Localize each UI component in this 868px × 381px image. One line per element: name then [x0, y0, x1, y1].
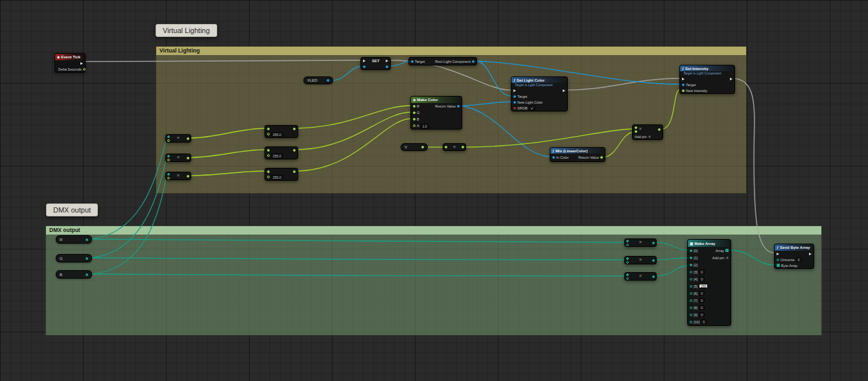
node-send-byte-array[interactable]: ƒ Send Byte Array Universe 0 Byte Array [774, 244, 814, 269]
array-element-pin[interactable] [690, 299, 692, 302]
delta-seconds-pin[interactable] [83, 68, 86, 71]
in-pin[interactable] [267, 128, 270, 130]
multiply-out-pin[interactable] [187, 157, 189, 159]
in-color-pin[interactable] [552, 156, 555, 159]
g-in-pin[interactable] [413, 111, 416, 114]
array-element-value[interactable]: 0 [699, 277, 705, 281]
multiply-out-pin[interactable] [187, 137, 189, 140]
set-value-out-pin[interactable] [386, 65, 388, 68]
node-divide-255-r[interactable]: 255.0 [264, 125, 298, 138]
multiply-in-pin-b[interactable] [167, 177, 170, 179]
exec-out-pin[interactable] [730, 78, 733, 80]
array-element-value[interactable]: 0 [701, 319, 707, 324]
node-multiply-dmx-r[interactable]: ✕ [624, 238, 657, 247]
node-event-tick[interactable]: ◆ Event Tick Delta Seconds [54, 53, 86, 73]
multiply-in-pin-a[interactable] [626, 240, 629, 242]
exec-out-pin[interactable] [80, 62, 83, 65]
multiply-in-pin[interactable] [445, 146, 447, 148]
srgb-checkbox[interactable]: ✔ [529, 106, 535, 110]
comment-title-virtual-lighting[interactable]: Virtual Lighting [156, 47, 746, 55]
array-element-pin[interactable] [690, 306, 692, 309]
make-color-header[interactable]: ◈ Make Color [411, 97, 462, 103]
rect-light-out-pin[interactable] [472, 60, 475, 63]
multiply-in-pin-b[interactable] [626, 277, 629, 280]
a-value-field[interactable]: 1.0 [421, 124, 429, 128]
comment-title-dmx-output[interactable]: DMX output [46, 226, 821, 235]
srgb-pin[interactable] [513, 107, 516, 110]
array-element-pin[interactable] [690, 285, 692, 288]
node-divide-255-b[interactable]: 255.0 [264, 168, 298, 181]
out-pin[interactable] [293, 170, 296, 173]
set-light-color-header[interactable]: ƒ Set Light Color [511, 77, 567, 83]
exec-in-pin[interactable] [513, 89, 516, 92]
byte-array-pin[interactable] [777, 264, 780, 267]
exec-in-pin[interactable] [777, 253, 779, 255]
multiply-in-pin-b[interactable] [626, 244, 629, 246]
r-output-pin[interactable] [86, 238, 88, 241]
node-rect-light-component[interactable]: Target Rect Light Component [408, 57, 477, 65]
node-get-v[interactable]: V [401, 143, 428, 151]
multiply-in-pin-b[interactable] [635, 130, 637, 133]
return-value-pin[interactable] [457, 105, 460, 108]
add-pin-row[interactable]: Add pin ✛ [633, 133, 663, 139]
array-element-pin[interactable] [690, 264, 692, 266]
set-value-in-pin[interactable] [363, 65, 366, 68]
multiply-out-pin[interactable] [652, 242, 655, 244]
a-in-pin[interactable] [413, 124, 416, 127]
array-element-value[interactable]: 0 [699, 312, 705, 317]
multiply-in-pin-a[interactable] [167, 155, 170, 157]
universe-value-field[interactable]: 0 [796, 257, 802, 262]
out-pin[interactable] [293, 128, 296, 130]
xled-output-pin[interactable] [327, 79, 329, 82]
node-divide-255-g[interactable]: 255.0 [264, 146, 298, 159]
node-set-xled[interactable]: SET [360, 57, 391, 70]
array-element-pin[interactable] [690, 314, 692, 316]
array-element-pin[interactable] [690, 292, 692, 295]
literal-pin[interactable] [267, 154, 270, 157]
node-mix-linearcolor[interactable]: ƒ Mix (LinearColor) In Color Return Valu… [550, 147, 605, 162]
multiply-out-pin[interactable] [187, 175, 189, 178]
multiply-out-pin[interactable] [652, 275, 655, 278]
multiply-in-pin-a[interactable] [626, 257, 629, 260]
blueprint-canvas[interactable]: Virtual Lighting DMX output [0, 0, 868, 381]
v-output-pin[interactable] [421, 146, 424, 148]
value-field[interactable]: 255.0 [271, 154, 283, 158]
make-array-header[interactable]: ▦ Make Array [688, 240, 731, 247]
array-output-pin[interactable] [725, 249, 729, 252]
multiply-in-pin-a[interactable] [167, 173, 170, 176]
array-element-value[interactable]: 255 [699, 284, 708, 288]
in-pin[interactable] [267, 170, 270, 173]
new-intensity-pin[interactable] [682, 89, 685, 92]
array-element-pin[interactable] [690, 271, 692, 273]
array-element-pin[interactable] [690, 321, 692, 323]
value-field[interactable]: 255.0 [271, 175, 283, 179]
node-multiply-intensity[interactable]: ✕ Add pin ✛ [632, 124, 663, 140]
node-get-xled[interactable]: XLED [303, 76, 333, 84]
node-make-color[interactable]: ◈ Make Color R Return Value G B A 1.0 [410, 96, 462, 130]
node-make-array[interactable]: ▦ Make Array [0] Array [1] Add pin ✛ [2]… [687, 239, 731, 326]
node-multiply-dmx-b[interactable]: ✕ [624, 272, 657, 281]
exec-in-pin[interactable] [682, 78, 685, 80]
g-output-pin[interactable] [86, 257, 88, 260]
exec-out-pin[interactable] [809, 253, 812, 255]
target-pin[interactable] [513, 95, 516, 98]
b-in-pin[interactable] [413, 118, 416, 121]
array-element-pin[interactable] [690, 278, 692, 281]
node-multiply-dmx-g[interactable]: ✕ [624, 256, 657, 264]
multiply-in-pin-a[interactable] [635, 126, 637, 129]
multiply-out-pin[interactable] [658, 128, 661, 131]
node-set-light-color[interactable]: ƒ Set Light Color Target is Light Compon… [511, 76, 568, 111]
exec-in-pin[interactable] [363, 60, 366, 62]
array-element-pin[interactable] [690, 249, 692, 252]
set-intensity-header[interactable]: ƒ Set Intensity [680, 65, 734, 71]
add-pin-icon[interactable]: ✛ [648, 135, 651, 139]
exec-out-pin[interactable] [386, 60, 388, 62]
array-element-value[interactable]: 0 [699, 305, 705, 310]
target-pin[interactable] [682, 84, 685, 86]
exec-out-pin[interactable] [563, 89, 565, 92]
node-get-g[interactable]: G [56, 254, 92, 262]
node-multiply-b[interactable]: ✕ [165, 172, 191, 180]
add-pin-icon[interactable]: ✛ [725, 256, 729, 260]
send-byte-array-header[interactable]: ƒ Send Byte Array [775, 244, 814, 251]
array-element-value[interactable]: 0 [699, 291, 705, 295]
